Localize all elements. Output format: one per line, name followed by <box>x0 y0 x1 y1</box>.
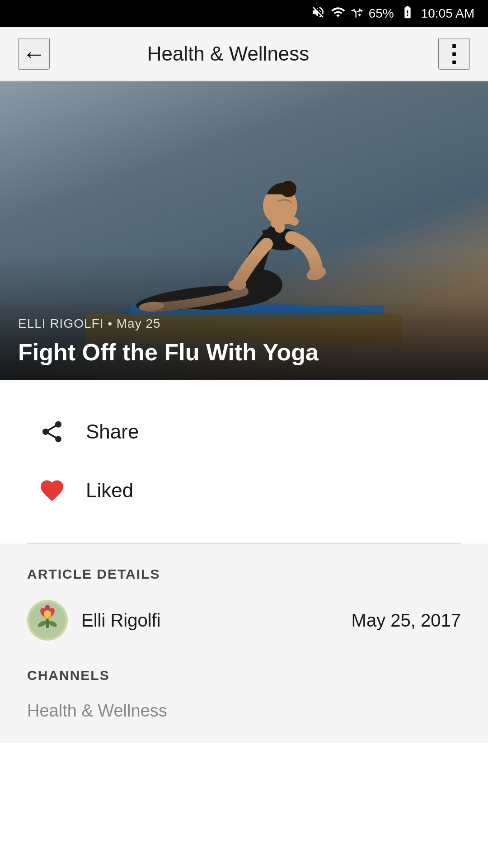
wifi-icon <box>331 5 345 23</box>
app-bar: ← Health & Wellness ⋮ <box>0 27 488 81</box>
share-action[interactable]: Share <box>36 402 452 461</box>
author-row: Elli Rigolfi May 25, 2017 <box>27 600 461 641</box>
hero-meta: ELLI RIGOLFI • May 25 <box>18 316 470 331</box>
liked-action[interactable]: Liked <box>36 461 452 520</box>
hero-date: May 25 <box>117 316 161 330</box>
share-icon <box>36 416 68 448</box>
author-name: Elli Rigolfi <box>81 610 161 631</box>
more-options-button[interactable]: ⋮ <box>438 38 470 70</box>
hero-separator: • <box>108 316 117 330</box>
mute-icon <box>311 5 325 23</box>
actions-section: Share Liked <box>0 380 488 543</box>
heart-icon <box>36 475 68 506</box>
channels-header: CHANNELS <box>27 668 461 683</box>
article-date: May 25, 2017 <box>352 610 461 631</box>
author-avatar <box>27 600 68 641</box>
share-label: Share <box>86 420 139 443</box>
battery-icon <box>399 5 416 23</box>
hero-overlay: ELLI RIGOLFI • May 25 Fight Off the Flu … <box>0 298 488 380</box>
more-dots-icon: ⋮ <box>442 40 466 67</box>
status-icons: 65% 10:05 AM <box>311 5 474 23</box>
battery-percent: 65% <box>369 6 394 21</box>
svg-point-10 <box>280 181 296 197</box>
article-details-header: ARTICLE DETAILS <box>27 566 461 582</box>
channel-item[interactable]: Health & Wellness <box>27 701 461 721</box>
details-section: ARTICLE DETAILS <box>0 544 488 743</box>
author-left: Elli Rigolfi <box>27 600 161 641</box>
status-time: 10:05 AM <box>421 6 474 21</box>
hero-title: Fight Off the Flu With Yoga <box>18 338 470 366</box>
signal-icon <box>351 5 363 23</box>
channels-section: CHANNELS Health & Wellness <box>27 668 461 721</box>
hero-author: ELLI RIGOLFI <box>18 316 103 330</box>
svg-rect-18 <box>46 619 49 628</box>
hero-image-container: ELLI RIGOLFI • May 25 Fight Off the Flu … <box>0 81 488 380</box>
svg-point-17 <box>44 610 51 618</box>
liked-label: Liked <box>86 479 133 502</box>
page-title: Health & Wellness <box>18 42 438 65</box>
status-bar: 65% 10:05 AM <box>0 0 488 27</box>
